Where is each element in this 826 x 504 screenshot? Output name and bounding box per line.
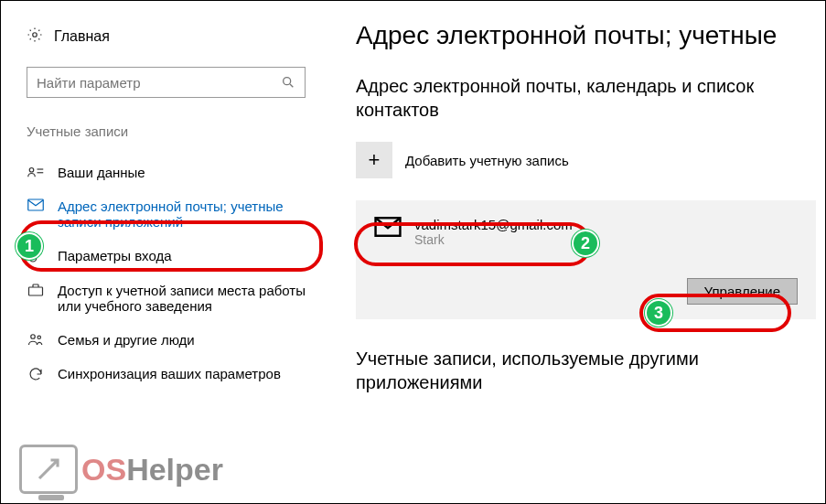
monitor-icon <box>19 445 78 494</box>
nav-label: Параметры входа <box>58 248 172 263</box>
envelope-icon <box>374 217 402 241</box>
sync-icon <box>27 366 45 382</box>
home-label: Главная <box>54 28 110 45</box>
plus-icon: + <box>356 142 392 178</box>
content: Адрес электронной почты; учетные Адрес э… <box>339 1 825 503</box>
watermark-os: OS <box>81 452 126 487</box>
nav-label: Адрес электронной почты; учетные записи … <box>58 198 319 230</box>
search-input[interactable]: Найти параметр <box>27 67 306 98</box>
people-icon <box>27 332 45 347</box>
gear-icon <box>27 27 43 47</box>
nav-work-access[interactable]: Доступ к учетной записи места работы или… <box>27 273 319 323</box>
nav-sync[interactable]: Синхронизация ваших параметров <box>27 357 319 391</box>
svg-point-1 <box>284 78 291 85</box>
watermark: OSHelper <box>19 445 223 494</box>
search-icon <box>281 75 295 90</box>
svg-point-9 <box>31 335 36 339</box>
svg-rect-8 <box>29 287 43 295</box>
nav-email-accounts[interactable]: Адрес электронной почты; учетные записи … <box>27 189 319 239</box>
svg-line-2 <box>290 84 293 87</box>
section-label: Учетные записи <box>27 123 339 139</box>
account-name: Stark <box>414 232 573 247</box>
nav-label: Доступ к учетной записи места работы или… <box>58 283 319 314</box>
watermark-helper: Helper <box>126 452 223 487</box>
nav-label: Синхронизация ваших параметров <box>58 366 281 381</box>
nav-family[interactable]: Семья и другие люди <box>27 323 319 357</box>
svg-point-3 <box>29 168 34 173</box>
other-apps-title: Учетные записи, используемые другими при… <box>356 347 816 394</box>
svg-point-10 <box>38 336 40 338</box>
svg-point-7 <box>29 255 37 263</box>
page-title: Адрес электронной почты; учетные <box>356 21 816 50</box>
person-card-icon <box>27 165 45 179</box>
mail-icon <box>27 198 45 211</box>
svg-point-0 <box>33 33 38 38</box>
search-placeholder: Найти параметр <box>37 75 141 91</box>
add-account-row[interactable]: + Добавить учетную запись <box>356 142 816 178</box>
nav-your-data[interactable]: Ваши данные <box>27 155 319 189</box>
key-icon <box>27 248 45 264</box>
subtitle: Адрес электронной почты, календарь и спи… <box>356 74 816 122</box>
add-account-label: Добавить учетную запись <box>405 153 569 168</box>
nav-label: Ваши данные <box>58 165 145 180</box>
account-email: vadimstark15@gmail.com <box>414 217 573 232</box>
briefcase-icon <box>27 283 45 297</box>
nav-label: Семья и другие люди <box>58 332 195 348</box>
svg-rect-6 <box>28 199 44 210</box>
manage-button[interactable]: Управление <box>687 278 798 305</box>
account-item[interactable]: vadimstark15@gmail.com Stark Управление <box>356 200 816 319</box>
home-link[interactable]: Главная <box>27 27 339 47</box>
nav-signin-options[interactable]: Параметры входа <box>27 239 319 273</box>
sidebar: Главная Найти параметр Учетные записи Ва… <box>1 1 339 503</box>
